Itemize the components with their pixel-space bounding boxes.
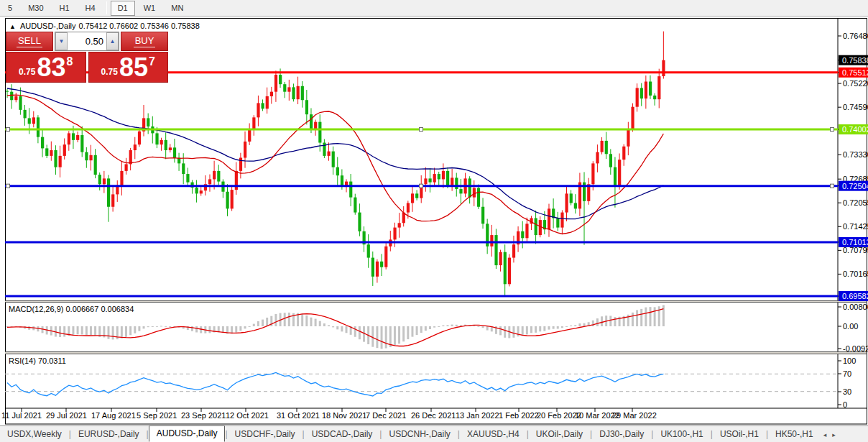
svg-text:30: 30 (843, 387, 851, 396)
svg-text:0.73330: 0.73330 (843, 150, 868, 159)
svg-text:100: 100 (843, 356, 856, 365)
svg-text:0.69582: 0.69582 (842, 292, 868, 300)
svg-text:0: 0 (843, 400, 847, 409)
tab-usdcnh-daily[interactable]: USDCNH-,Daily (382, 427, 457, 442)
svg-text:0.74590: 0.74590 (843, 103, 868, 111)
volume-increase-button[interactable]: ▲ (106, 32, 119, 50)
svg-text:0.70165: 0.70165 (843, 270, 868, 278)
chart-title: ▲AUDUSD-,Daily0.75412 0.76602 0.75346 0.… (9, 22, 203, 30)
chart-symbol-label: AUDUSD-,Daily (20, 22, 76, 30)
svg-text:0.70795: 0.70795 (843, 246, 868, 254)
date-axis-label: 26 Dec 2021 (411, 411, 456, 420)
tab-uk100-h1[interactable]: UK100-,H1 (653, 427, 710, 442)
tab-ukoil-daily[interactable]: UKOil-,Daily (529, 427, 590, 442)
tab-scroll-left-button[interactable]: ◂ (821, 428, 830, 442)
bid-price-prefix: 0.75 (19, 67, 35, 77)
ask-price-pip: 7 (149, 55, 155, 68)
tab-usoil-h1[interactable]: USOil-,H1 (713, 427, 766, 442)
date-axis-label: 18 Nov 2021 (322, 411, 366, 420)
date-axis-label: 23 Sep 2021 (181, 411, 226, 420)
toolbar-separator (106, 1, 107, 14)
date-axis-label: 5 Sep 2021 (137, 411, 177, 420)
sell-quote-button[interactable]: 0.75838 (6, 52, 86, 83)
symbol-tab-bar: USDX,Weekly|EURUSD-,Daily|AUDUSD-,Daily|… (0, 425, 868, 442)
svg-text:0.71013: 0.71013 (842, 238, 868, 247)
svg-text:0.72055: 0.72055 (843, 198, 868, 207)
tab-dj30-daily[interactable]: DJ30-,Daily (592, 427, 651, 442)
date-axis-label: 11 Jul 2021 (1, 411, 42, 420)
svg-text:0.76480: 0.76480 (843, 32, 868, 40)
tab-usdchf-daily[interactable]: USDCHF-,Daily (228, 427, 303, 442)
date-axis-label: 12 Oct 2021 (226, 411, 269, 420)
tab-usdcad-daily[interactable]: USDCAD-,Daily (305, 427, 380, 442)
ask-price-main: 85 (119, 55, 148, 80)
svg-text:0.74002: 0.74002 (842, 125, 868, 134)
spin-up-icon: ▲ (110, 38, 116, 45)
date-axis-label: 31 Oct 2021 (277, 411, 320, 420)
buy-button[interactable]: BUY (121, 32, 168, 51)
svg-text:0.71425: 0.71425 (843, 222, 868, 231)
date-axis-label: 13 Jan 2022 (456, 411, 499, 420)
buy-quote-button[interactable]: 0.75857 (88, 52, 169, 83)
bid-price-pip: 8 (67, 55, 73, 68)
sell-button[interactable]: SELL (6, 32, 53, 51)
bid-price-main: 83 (37, 55, 65, 80)
date-axis-label: 29 Mar 2022 (612, 411, 657, 420)
rsi-indicator-label: RSI(14) 70.0311 (9, 356, 66, 365)
timeframe-button-d1[interactable]: D1 (111, 1, 135, 16)
tab-xauusd-h4[interactable]: XAUUSD-,H4 (460, 427, 527, 442)
chart-ohlc-values: 0.75412 0.76602 0.75346 0.75838 (79, 22, 200, 30)
timeframe-toolbar: 5M30H1H4D1W1MN (0, 0, 868, 17)
collapse-panel-icon[interactable]: ▲ (9, 23, 16, 30)
tab-usdx-weekly[interactable]: USDX,Weekly (0, 427, 69, 442)
timeframe-button-h1[interactable]: H1 (52, 1, 77, 16)
macd-indicator-label: MACD(12,26,9) 0.006667 0.006834 (9, 305, 134, 313)
tab-scroll-right-button[interactable]: ▸ (829, 428, 839, 442)
ask-price-prefix: 0.75 (101, 67, 118, 77)
date-axis-label: 7 Dec 2021 (366, 411, 406, 420)
timeframe-button-m30[interactable]: M30 (21, 1, 50, 16)
volume-control: ▼ ▲ (55, 32, 119, 51)
volume-input[interactable] (68, 32, 106, 50)
timeframe-button-h4[interactable]: H4 (78, 1, 103, 16)
date-axis-label: 1 Feb 2022 (499, 411, 539, 420)
svg-text:0.75220: 0.75220 (843, 79, 868, 88)
svg-text:0.00: 0.00 (843, 322, 858, 331)
svg-text:0.008061: 0.008061 (843, 303, 868, 311)
svg-text:-0.00928: -0.00928 (843, 344, 868, 353)
svg-text:70: 70 (843, 369, 851, 378)
spin-down-icon: ▼ (59, 38, 65, 45)
tab-audusd-daily[interactable]: AUDUSD-,Daily (149, 425, 226, 442)
tab-eurusd-daily[interactable]: EURUSD-,Daily (71, 427, 147, 442)
svg-text:0.75512: 0.75512 (842, 68, 868, 77)
svg-text:0.75838: 0.75838 (842, 56, 868, 65)
one-click-trading-panel: SELL ▼ ▲ BUY 0.75838 0.75857 (6, 32, 168, 83)
volume-decrease-button[interactable]: ▼ (55, 32, 68, 50)
timeframe-button-w1[interactable]: W1 (137, 1, 163, 16)
date-axis-label: 29 Jul 2021 (46, 411, 87, 420)
tab-hk50-h1[interactable]: HK50-,H1 (768, 427, 821, 442)
svg-text:0.72504: 0.72504 (842, 182, 868, 190)
timeframe-button-mn[interactable]: MN (164, 1, 190, 16)
timeframe-button-5[interactable]: 5 (1, 1, 19, 16)
trading-terminal: 5M30H1H4D1W1MN 0.764800.758380.755120.75… (0, 0, 868, 442)
date-axis-label: 17 Aug 2021 (91, 411, 136, 420)
